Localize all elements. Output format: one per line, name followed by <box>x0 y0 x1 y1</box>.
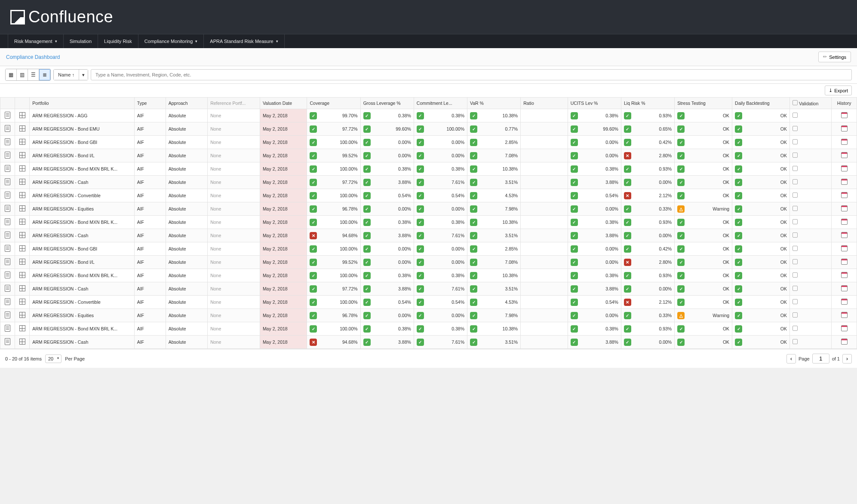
document-icon[interactable] <box>5 165 10 172</box>
table-row[interactable]: ARM REGRESSION - Bond I/LAIFAbsoluteNone… <box>0 256 857 269</box>
col-header[interactable]: Daily Backtesting <box>732 98 790 109</box>
document-icon[interactable] <box>5 152 10 159</box>
col-header[interactable]: VaR % <box>467 98 521 109</box>
details-icon[interactable] <box>19 152 25 158</box>
table-row[interactable]: ARM REGRESSION - EquitiesAIFAbsoluteNone… <box>0 309 857 322</box>
col-header[interactable]: Coverage <box>307 98 360 109</box>
nav-item-2[interactable]: Liquidity Risk <box>98 34 138 48</box>
col-header[interactable]: Valuation Date <box>260 98 307 109</box>
table-row[interactable]: ARM REGRESSION - Bond EMUAIFAbsoluteNone… <box>0 122 857 136</box>
col-header[interactable]: Type <box>134 98 166 109</box>
validation-checkbox[interactable] <box>792 299 798 304</box>
table-row[interactable]: ARM REGRESSION - Bond MXN BRL K...AIFAbs… <box>0 322 857 336</box>
calendar-icon[interactable] <box>841 152 848 158</box>
col-header[interactable]: Liq Risk % <box>621 98 674 109</box>
validation-checkbox[interactable] <box>792 139 798 144</box>
col-header[interactable]: Ratio <box>521 98 568 109</box>
validation-checkbox[interactable] <box>792 153 798 158</box>
document-icon[interactable] <box>5 258 10 265</box>
details-icon[interactable] <box>19 285 25 291</box>
calendar-icon[interactable] <box>841 285 848 291</box>
validation-checkbox[interactable] <box>792 232 798 238</box>
document-icon[interactable] <box>5 138 10 145</box>
calendar-icon[interactable] <box>841 205 848 211</box>
details-icon[interactable] <box>19 125 25 131</box>
col-header[interactable]: UCITS Lev % <box>568 98 621 109</box>
col-header[interactable]: Validation <box>790 98 832 109</box>
nav-item-0[interactable]: Risk Management▾ <box>8 34 64 48</box>
validation-checkbox[interactable] <box>792 113 798 118</box>
validation-checkbox[interactable] <box>792 206 798 211</box>
calendar-icon[interactable] <box>841 192 848 198</box>
calendar-icon[interactable] <box>841 112 848 118</box>
search-input[interactable] <box>91 69 852 80</box>
table-row[interactable]: ARM REGRESSION - Bond GBIAIFAbsoluteNone… <box>0 136 857 149</box>
table-row[interactable]: ARM REGRESSION - CashAIFAbsoluteNoneMay … <box>0 176 857 189</box>
details-icon[interactable] <box>19 192 25 198</box>
document-icon[interactable] <box>5 312 10 318</box>
document-icon[interactable] <box>5 192 10 199</box>
document-icon[interactable] <box>5 285 10 292</box>
details-icon[interactable] <box>19 259 25 265</box>
per-page-select[interactable]: 20 <box>45 354 61 363</box>
table-row[interactable]: ARM REGRESSION - CashAIFAbsoluteNoneMay … <box>0 229 857 242</box>
table-row[interactable]: ARM REGRESSION - CashAIFAbsoluteNoneMay … <box>0 282 857 296</box>
document-icon[interactable] <box>5 112 10 119</box>
settings-button[interactable]: ✎ Settings <box>818 52 851 62</box>
validation-checkbox[interactable] <box>792 286 798 291</box>
view-grid-small-button[interactable]: ▥ <box>17 69 28 80</box>
table-row[interactable]: ARM REGRESSION - AGGAIFAbsoluteNoneMay 2… <box>0 109 857 122</box>
view-grid-large-button[interactable]: ▦ <box>6 69 17 80</box>
table-row[interactable]: ARM REGRESSION - Bond MXN BRL K...AIFAbs… <box>0 269 857 282</box>
details-icon[interactable] <box>19 232 25 238</box>
table-row[interactable]: ARM REGRESSION - ConvertibleAIFAbsoluteN… <box>0 189 857 202</box>
col-header[interactable]: Stress Testing <box>675 98 732 109</box>
details-icon[interactable] <box>19 312 25 318</box>
col-header[interactable]: Gross Leverage % <box>360 98 414 109</box>
document-icon[interactable] <box>5 298 10 305</box>
view-details-button[interactable]: ≣ <box>39 69 50 80</box>
col-header[interactable]: History <box>832 98 857 109</box>
page-next-button[interactable]: › <box>842 354 852 363</box>
page-input[interactable] <box>812 354 829 363</box>
col-header[interactable] <box>0 98 15 109</box>
calendar-icon[interactable] <box>841 245 848 251</box>
validation-checkbox[interactable] <box>792 312 798 318</box>
details-icon[interactable] <box>19 179 25 185</box>
document-icon[interactable] <box>5 325 10 332</box>
details-icon[interactable] <box>19 139 25 145</box>
document-icon[interactable] <box>5 272 10 278</box>
details-icon[interactable] <box>19 299 25 305</box>
calendar-icon[interactable] <box>841 125 848 131</box>
document-icon[interactable] <box>5 338 10 345</box>
checkbox-icon[interactable] <box>792 100 798 105</box>
sort-select[interactable]: Name ↑ ▾ <box>53 69 88 80</box>
document-icon[interactable] <box>5 205 10 212</box>
table-row[interactable]: ARM REGRESSION - EquitiesAIFAbsoluteNone… <box>0 202 857 216</box>
view-list-button[interactable]: ☰ <box>28 69 39 80</box>
calendar-icon[interactable] <box>841 139 848 145</box>
details-icon[interactable] <box>19 325 25 331</box>
calendar-icon[interactable] <box>841 259 848 265</box>
calendar-icon[interactable] <box>841 219 848 225</box>
validation-checkbox[interactable] <box>792 179 798 184</box>
details-icon[interactable] <box>19 272 25 278</box>
validation-checkbox[interactable] <box>792 192 798 198</box>
table-row[interactable]: ARM REGRESSION - Bond MXN BRL K...AIFAbs… <box>0 162 857 176</box>
table-row[interactable]: ARM REGRESSION - Bond MXN BRL K...AIFAbs… <box>0 216 857 229</box>
nav-item-3[interactable]: Compliance Monitoring▾ <box>138 34 204 48</box>
document-icon[interactable] <box>5 232 10 238</box>
col-header[interactable]: Approach <box>166 98 207 109</box>
document-icon[interactable] <box>5 178 10 185</box>
document-icon[interactable] <box>5 218 10 225</box>
table-row[interactable]: ARM REGRESSION - Bond I/LAIFAbsoluteNone… <box>0 149 857 162</box>
table-row[interactable]: ARM REGRESSION - ConvertibleAIFAbsoluteN… <box>0 296 857 309</box>
details-icon[interactable] <box>19 205 25 211</box>
breadcrumb[interactable]: Compliance Dashboard <box>6 54 60 60</box>
details-icon[interactable] <box>19 112 25 118</box>
details-icon[interactable] <box>19 339 25 345</box>
calendar-icon[interactable] <box>841 272 848 278</box>
chevron-down-icon[interactable]: ▾ <box>79 70 88 80</box>
details-icon[interactable] <box>19 245 25 251</box>
nav-item-1[interactable]: Simulation <box>64 34 98 48</box>
